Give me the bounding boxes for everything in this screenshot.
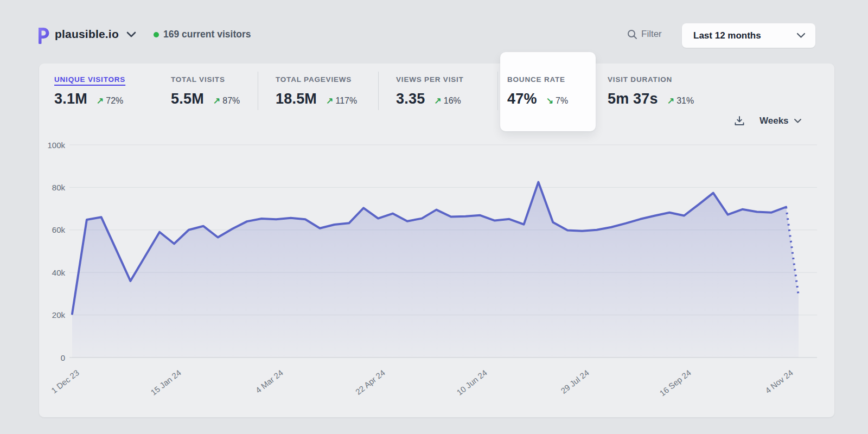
current-visitors-label: 169 current visitors (163, 29, 251, 40)
plausible-logo (35, 26, 51, 44)
svg-text:4 Mar 24: 4 Mar 24 (254, 368, 285, 395)
chevron-down-icon (796, 33, 806, 39)
svg-text:60k: 60k (52, 225, 66, 234)
svg-text:29 Jul 24: 29 Jul 24 (559, 368, 590, 395)
site-chevron-down-icon[interactable] (126, 31, 136, 38)
filter-label: Filter (641, 29, 662, 40)
svg-text:10 Jun 24: 10 Jun 24 (455, 368, 488, 397)
date-range-select[interactable]: Last 12 months (682, 23, 815, 48)
svg-text:15 Jan 24: 15 Jan 24 (149, 368, 182, 397)
svg-text:20k: 20k (52, 310, 66, 320)
search-icon (627, 29, 637, 40)
chart-y-axis-labels: 100k80k60k40k20k0 (47, 141, 65, 362)
svg-text:1 Dec 23: 1 Dec 23 (49, 368, 81, 395)
current-visitors[interactable]: 169 current visitors (154, 29, 251, 40)
filter-button[interactable]: Filter (627, 29, 662, 40)
svg-text:0: 0 (61, 353, 65, 362)
visitors-area-chart[interactable]: 100k80k60k40k20k0 1 Dec 2315 Jan 244 Mar… (39, 63, 834, 417)
svg-text:100k: 100k (47, 141, 65, 150)
svg-text:16 Sep 24: 16 Sep 24 (658, 368, 692, 398)
svg-text:80k: 80k (52, 183, 66, 192)
chart-x-axis-labels: 1 Dec 2315 Jan 244 Mar 2422 Apr 2410 Jun… (49, 368, 795, 398)
svg-text:40k: 40k (52, 268, 66, 277)
site-name[interactable]: plausible.io (55, 28, 119, 41)
date-range-value: Last 12 months (693, 30, 761, 41)
chart-series (72, 182, 799, 358)
svg-text:4 Nov 24: 4 Nov 24 (763, 368, 795, 395)
svg-text:22 Apr 24: 22 Apr 24 (354, 368, 387, 397)
live-dot-icon (154, 32, 159, 37)
